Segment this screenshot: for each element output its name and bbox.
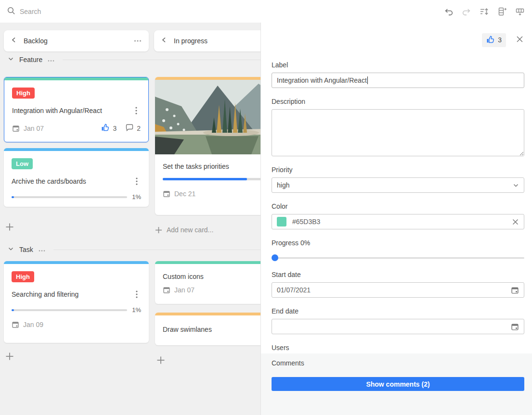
calendar-icon [163,286,170,294]
card-draw-swimlanes[interactable]: Draw swimlanes [155,313,260,345]
color-swatch [277,217,286,226]
editor-panel: 3 Label Integration with Angular/React D… [260,23,532,415]
kanban-app: Backlog In progress Feature High [0,0,532,415]
likes-count: 3 [498,36,502,44]
start-date-input[interactable]: 01/07/2021 [272,282,524,298]
redo-icon[interactable] [461,6,472,17]
card-custom-icons[interactable]: Custom icons Jan 07 [155,261,260,304]
swimlane-divider [53,250,260,250]
field-label: Description [272,98,524,105]
card-progress[interactable]: 1% [12,306,141,314]
end-date-field-group: End date [272,307,524,334]
card-date: Jan 07 [163,286,195,294]
description-textarea[interactable] [272,109,524,156]
add-row-icon[interactable] [515,6,525,17]
calendar-icon [12,125,20,132]
card-archive-cards-boards[interactable]: Low Archive the cards/boards 1% [4,148,149,207]
add-card-button[interactable] [5,223,14,232]
swimlane-task: Task [8,244,260,255]
swimlane-menu-icon[interactable] [48,55,54,64]
field-label: Progress 0% [272,239,524,247]
priority-badge: Low [12,158,33,169]
card-title: Set the tasks priorities [163,163,260,170]
field-label: Start date [272,271,524,278]
column-menu-icon[interactable] [133,37,142,45]
card-date: Dec 21 [163,190,195,198]
card-cover-photo-mountain-lake [155,80,260,154]
column-header-in-progress[interactable]: In progress [154,30,260,51]
swimlane-label: Task [19,246,33,253]
chevron-left-icon[interactable] [161,37,168,45]
card-title: Draw swimlanes [163,326,260,333]
calendar-icon [12,321,19,328]
add-card-button[interactable] [156,356,166,365]
swimlane-label: Feature [19,56,42,63]
kanban-board: Backlog In progress Feature High [0,23,260,415]
swimlane-feature: Feature [8,54,260,65]
toolbar-icons [443,6,525,17]
card-date: Jan 09 [12,321,43,328]
card-set-tasks-priorities[interactable]: Set the tasks priorities Dec 21 [155,77,260,215]
progress-percent: 1% [132,193,141,201]
description-field-group: Description [272,98,524,156]
calendar-icon[interactable] [511,286,519,294]
sort-icon[interactable] [479,6,490,17]
start-date-field-group: Start date 01/07/2021 [272,271,524,298]
chevron-down-icon[interactable] [8,55,14,64]
slider-thumb[interactable] [272,254,278,261]
field-label: Priority [272,166,524,174]
column-header-backlog[interactable]: Backlog [4,30,149,51]
progress-slider[interactable] [272,254,524,261]
search-input[interactable] [20,8,164,15]
undo-icon[interactable] [443,6,454,17]
add-card-button[interactable] [5,352,14,362]
likes-badge[interactable]: 3 [482,33,506,47]
calendar-icon[interactable] [511,323,519,331]
field-label: Users [272,344,524,352]
card-progress[interactable]: 1% [12,193,141,201]
color-field-group: Color #65D3B3 [272,202,524,229]
show-comments-button[interactable]: Show comments (2) [272,377,524,391]
text-cursor [367,76,368,84]
likes-count: 3 [113,125,117,132]
progress-field-group: Progress 0% [272,239,524,261]
field-label: End date [272,307,524,315]
chevron-left-icon[interactable] [11,37,17,45]
chevron-down-icon [513,182,519,189]
card-title: Archive the cards/boards [12,177,132,185]
calendar-icon [163,190,170,198]
card-menu-icon[interactable] [132,106,141,115]
priority-select[interactable]: high [272,177,524,193]
card-progress[interactable] [163,178,260,180]
column-title: Backlog [24,37,127,45]
card-date: Jan 07 [12,125,44,132]
card-title: Custom icons [163,273,260,280]
add-new-card-button[interactable]: Add new card... [155,226,213,234]
chevron-down-icon[interactable] [8,245,14,254]
card-searching-filtering[interactable]: High Searching and filtering 1% Jan 09 [4,261,149,343]
card-integration-angular-react[interactable]: High Integration with Angular/React Jan … [4,77,149,142]
card-color-bar [155,313,260,315]
color-input[interactable]: #65D3B3 [272,214,524,229]
card-color-bar [155,261,260,264]
priority-badge: High [12,271,34,282]
close-icon[interactable] [515,35,524,45]
field-label: Color [272,202,524,210]
card-title: Searching and filtering [12,290,132,298]
thumb-up-icon[interactable] [101,123,110,133]
comment-icon[interactable] [125,123,134,133]
label-input[interactable]: Integration with Angular/React [272,73,524,88]
card-menu-icon[interactable] [132,177,141,186]
label-field-group: Label Integration with Angular/React [272,61,524,88]
end-date-input[interactable] [272,319,524,334]
thumb-up-icon [486,35,495,45]
search-box[interactable] [7,6,443,17]
toolbar [0,0,532,23]
comments-count: 2 [137,125,141,132]
add-column-icon[interactable] [497,6,507,17]
field-label: Label [272,61,524,69]
card-menu-icon[interactable] [132,290,141,299]
swimlane-menu-icon[interactable] [39,245,45,254]
priority-badge: High [12,88,35,99]
clear-icon[interactable] [512,218,519,226]
